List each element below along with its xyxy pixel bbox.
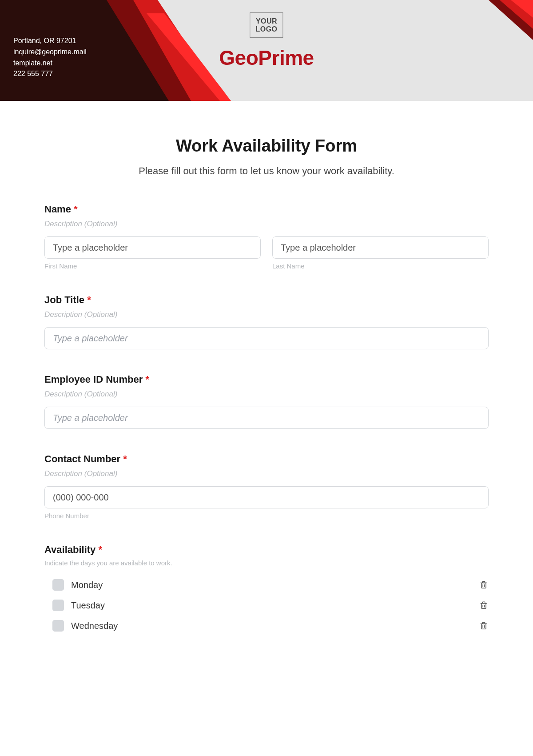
form-intro: Please fill out this form to let us know… xyxy=(44,165,489,177)
contact-number-input[interactable] xyxy=(44,486,489,508)
checkbox-label-tuesday: Tuesday xyxy=(71,600,479,611)
field-job-title: Job Title * Description (Optional) xyxy=(44,294,489,349)
name-label: Name * xyxy=(44,204,489,215)
job-title-description: Description (Optional) xyxy=(44,310,489,319)
field-name: Name * Description (Optional) First Name… xyxy=(44,204,489,270)
first-name-input[interactable] xyxy=(44,236,261,259)
checkbox-tuesday[interactable] xyxy=(52,600,64,611)
brand-name: GeoPrime xyxy=(219,46,314,70)
contact-info: Portland, OR 97201 inquire@geoprime.mail… xyxy=(13,36,87,80)
required-asterisk: * xyxy=(74,204,78,215)
availability-option-monday: Monday xyxy=(44,575,489,595)
svg-rect-9 xyxy=(481,603,486,608)
first-name-sublabel: First Name xyxy=(44,262,261,270)
availability-helper: Indicate the days you are available to w… xyxy=(44,559,489,567)
form-area: Work Availability Form Please fill out t… xyxy=(0,101,533,687)
trash-icon[interactable] xyxy=(479,580,489,590)
checkbox-monday[interactable] xyxy=(52,579,64,591)
name-description: Description (Optional) xyxy=(44,220,489,228)
employee-id-description: Description (Optional) xyxy=(44,390,489,399)
field-employee-id: Employee ID Number * Description (Option… xyxy=(44,374,489,429)
checkbox-label-wednesday: Wednesday xyxy=(71,621,479,631)
trash-icon[interactable] xyxy=(479,620,489,631)
brand-block: YOUR LOGO GeoPrime xyxy=(219,12,314,70)
form-title: Work Availability Form xyxy=(44,136,489,156)
field-availability: Availability * Indicate the days you are… xyxy=(44,544,489,636)
job-title-input[interactable] xyxy=(44,327,489,349)
last-name-input[interactable] xyxy=(272,236,489,259)
trash-icon[interactable] xyxy=(479,600,489,611)
last-name-sublabel: Last Name xyxy=(272,262,489,270)
employee-id-label: Employee ID Number * xyxy=(44,374,489,385)
field-contact-number: Contact Number * Description (Optional) … xyxy=(44,453,489,520)
availability-option-wednesday: Wednesday xyxy=(44,616,489,636)
contact-website: template.net xyxy=(13,58,87,69)
job-title-label: Job Title * xyxy=(44,294,489,306)
required-asterisk: * xyxy=(145,374,149,385)
svg-rect-10 xyxy=(481,624,486,629)
contact-address: Portland, OR 97201 xyxy=(13,36,87,47)
checkbox-label-monday: Monday xyxy=(71,580,479,590)
contact-email: inquire@geoprime.mail xyxy=(13,47,87,58)
required-asterisk: * xyxy=(87,294,91,305)
svg-rect-8 xyxy=(481,583,486,588)
availability-label: Availability * xyxy=(44,544,489,556)
required-asterisk: * xyxy=(98,544,102,555)
header-banner: Portland, OR 97201 inquire@geoprime.mail… xyxy=(0,0,533,101)
availability-option-tuesday: Tuesday xyxy=(44,595,489,616)
contact-phone: 222 555 777 xyxy=(13,68,87,80)
contact-number-description: Description (Optional) xyxy=(44,469,489,478)
employee-id-input[interactable] xyxy=(44,407,489,429)
required-asterisk: * xyxy=(123,453,127,464)
checkbox-wednesday[interactable] xyxy=(52,620,64,632)
logo-placeholder: YOUR LOGO xyxy=(250,12,283,38)
phone-sublabel: Phone Number xyxy=(44,512,489,520)
contact-number-label: Contact Number * xyxy=(44,453,489,465)
